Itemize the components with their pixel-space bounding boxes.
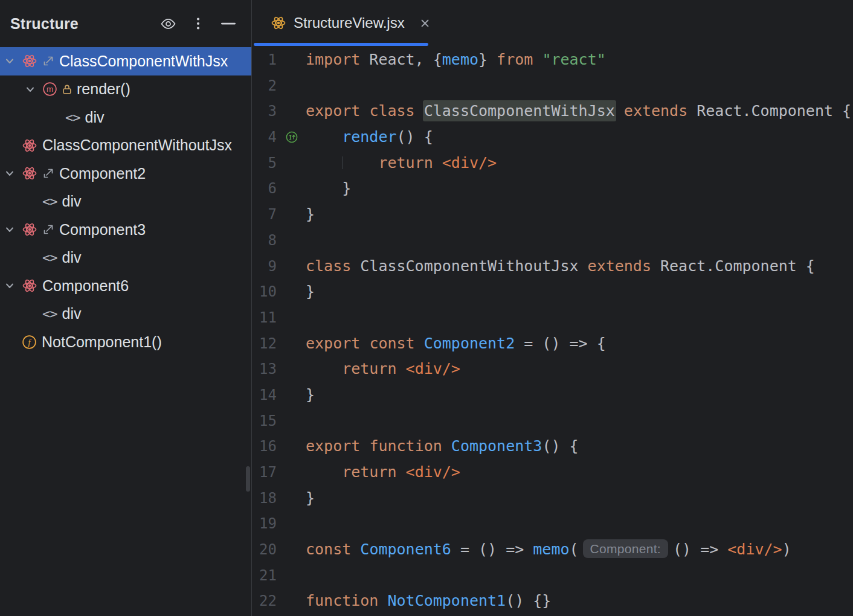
line-number[interactable]: 4 bbox=[253, 124, 277, 150]
code-token bbox=[306, 360, 342, 377]
code-line-19[interactable]: 19 bbox=[253, 511, 853, 537]
react-file-icon bbox=[271, 15, 286, 31]
tree-item-classcomponentwithoutjsx[interactable]: ClassComponentWithoutJsx bbox=[0, 132, 251, 160]
code-token: React.Component { bbox=[651, 257, 815, 275]
line-number[interactable]: 11 bbox=[253, 305, 277, 331]
code-line-13[interactable]: 13 return <div/> bbox=[253, 356, 853, 382]
code-line-8[interactable]: 8 bbox=[253, 228, 853, 254]
code-line-6[interactable]: 6 } bbox=[253, 176, 853, 202]
code-line-2[interactable]: 2 bbox=[253, 73, 853, 99]
code-token bbox=[397, 463, 406, 481]
code-line-9[interactable]: 9class ClassComponentWithoutJsx extends … bbox=[253, 254, 853, 280]
chevron-down-icon[interactable] bbox=[2, 278, 17, 293]
code-line-12[interactable]: 12export const Component2 = () => { bbox=[253, 331, 853, 357]
line-number[interactable]: 12 bbox=[253, 331, 277, 357]
code-token: <div/> bbox=[727, 541, 782, 558]
line-number[interactable]: 14 bbox=[253, 382, 277, 408]
tree-scrollbar-thumb[interactable] bbox=[246, 466, 250, 492]
code-line-11[interactable]: 11 bbox=[253, 305, 853, 331]
line-number[interactable]: 1 bbox=[253, 47, 277, 73]
code-line-15[interactable]: 15 bbox=[253, 408, 853, 434]
chevron-down-icon[interactable] bbox=[23, 82, 37, 97]
code-line-4[interactable]: 4 render() { bbox=[253, 124, 853, 150]
code-line-22[interactable]: 22function NotComponent1() {} bbox=[253, 588, 853, 614]
line-number[interactable]: 18 bbox=[253, 486, 277, 512]
tree-item-component2[interactable]: Component2 bbox=[0, 159, 251, 188]
code-token bbox=[360, 335, 369, 352]
line-number[interactable]: 9 bbox=[253, 254, 277, 280]
code-line-5[interactable]: 5 return <div/> bbox=[253, 150, 853, 176]
code-token bbox=[533, 51, 542, 68]
code-token: ) bbox=[782, 541, 791, 558]
tree-item-notcomponent1[interactable]: fNotComponent1() bbox=[0, 328, 251, 356]
tag-icon: <> bbox=[65, 110, 80, 125]
react-component-icon bbox=[22, 278, 37, 294]
code-token: render bbox=[342, 128, 396, 146]
line-number[interactable]: 8 bbox=[253, 228, 277, 254]
code-line-20[interactable]: 20const Component6 = () => memo(Componen… bbox=[253, 537, 853, 563]
code-line-17[interactable]: 17 return <div/> bbox=[253, 460, 853, 486]
line-number[interactable]: 21 bbox=[253, 563, 277, 589]
line-number[interactable]: 22 bbox=[253, 588, 277, 614]
code-token bbox=[306, 463, 342, 481]
structure-tool-window: Structure ClassComponentWithJsxmrender()… bbox=[0, 0, 252, 616]
more-options-button[interactable] bbox=[185, 11, 211, 36]
chevron-down-icon[interactable] bbox=[2, 166, 17, 181]
line-number[interactable]: 20 bbox=[253, 537, 277, 563]
line-number[interactable]: 10 bbox=[253, 279, 277, 305]
line-number[interactable]: 16 bbox=[253, 434, 277, 460]
code-line-14[interactable]: 14} bbox=[253, 382, 853, 408]
code-token: } bbox=[306, 283, 315, 300]
line-number[interactable]: 19 bbox=[253, 511, 277, 537]
hide-panel-button[interactable] bbox=[215, 11, 242, 36]
code-token: () { bbox=[397, 128, 433, 146]
tree-item-div[interactable]: <>div bbox=[0, 103, 251, 132]
line-number[interactable]: 5 bbox=[253, 150, 277, 176]
lock-icon bbox=[62, 84, 72, 95]
line-number[interactable]: 15 bbox=[253, 408, 277, 434]
code-token: class bbox=[369, 102, 414, 120]
implement-marker-icon[interactable] bbox=[285, 130, 298, 144]
inline-parameter-hint[interactable]: Component: bbox=[583, 539, 668, 558]
code-line-1[interactable]: 1import React, {memo} from "react" bbox=[253, 47, 853, 73]
code-token: extends bbox=[588, 257, 651, 275]
tree-item-render[interactable]: mrender() bbox=[0, 75, 251, 104]
code-line-18[interactable]: 18} bbox=[253, 486, 853, 512]
code-line-10[interactable]: 10} bbox=[253, 279, 853, 305]
tree-item-classcomponentwithjsx[interactable]: ClassComponentWithJsx bbox=[0, 47, 251, 75]
tree-item-div[interactable]: <>div bbox=[0, 300, 251, 329]
more-icon bbox=[190, 16, 206, 31]
tab-structureview-jsx[interactable]: StructureView.jsx bbox=[253, 0, 431, 46]
code-token: ( bbox=[570, 541, 579, 558]
code-token bbox=[442, 437, 451, 455]
code-token: React.Component { bbox=[687, 102, 851, 120]
close-tab-icon[interactable] bbox=[419, 18, 431, 29]
structure-panel-header: Structure bbox=[0, 0, 251, 47]
line-number[interactable]: 13 bbox=[253, 356, 277, 382]
tree-item-component6[interactable]: Component6 bbox=[0, 272, 251, 300]
chevron-down-icon[interactable] bbox=[2, 222, 17, 237]
line-number[interactable]: 17 bbox=[253, 460, 277, 486]
line-number[interactable]: 2 bbox=[253, 73, 277, 99]
code-line-7[interactable]: 7} bbox=[253, 202, 853, 228]
panel-toolbar bbox=[155, 11, 242, 36]
tree-item-div[interactable]: <>div bbox=[0, 188, 251, 216]
tree-item-div[interactable]: <>div bbox=[0, 244, 251, 272]
structure-tree: ClassComponentWithJsxmrender()<>divClass… bbox=[0, 47, 251, 356]
code-line-3[interactable]: 3export class ClassComponentWithJsx exte… bbox=[253, 98, 853, 124]
code-token: export bbox=[306, 335, 360, 352]
line-number[interactable]: 7 bbox=[253, 202, 277, 228]
tree-item-component3[interactable]: Component3 bbox=[0, 216, 251, 244]
code-line-16[interactable]: 16export function Component3() { bbox=[253, 434, 853, 460]
code-token bbox=[306, 128, 342, 146]
tab-label: StructureView.jsx bbox=[294, 14, 405, 31]
line-number[interactable]: 3 bbox=[253, 98, 277, 124]
code-token: function bbox=[306, 592, 378, 609]
chevron-down-icon[interactable] bbox=[2, 54, 17, 68]
code-line-21[interactable]: 21 bbox=[253, 563, 853, 589]
code-token: () => bbox=[673, 541, 727, 558]
code-token: export bbox=[306, 437, 360, 455]
view-options-button[interactable] bbox=[155, 11, 181, 36]
tree-item-label: div bbox=[62, 305, 82, 322]
line-number[interactable]: 6 bbox=[253, 176, 277, 202]
